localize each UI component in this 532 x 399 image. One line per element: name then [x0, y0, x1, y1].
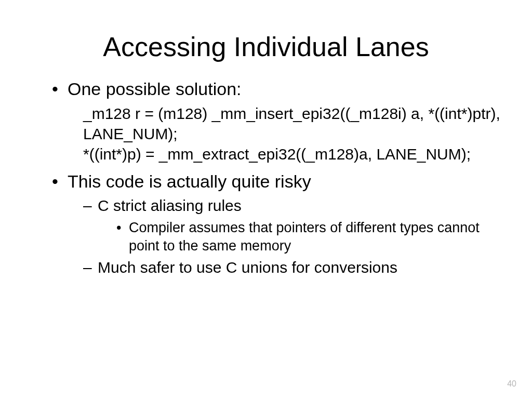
bullet-item: Much safer to use C unions for conversio… — [83, 257, 501, 277]
bullet-text: Compiler assumes that pointers of differ… — [129, 220, 480, 254]
bullet-text: Much safer to use C unions for conversio… — [98, 259, 397, 276]
bullet-text: This code is actually quite risky — [68, 171, 311, 191]
bullet-item: One possible solution: _m128 r = (m128) … — [52, 78, 501, 164]
slide-content: One possible solution: _m128 r = (m128) … — [31, 78, 501, 277]
bullet-text: C strict aliasing rules — [98, 197, 242, 214]
code-line: _m128 r = (m128) _mm_insert_epi32((_m128… — [83, 103, 501, 144]
bullet-item: This code is actually quite risky C stri… — [52, 170, 501, 278]
bullet-text: One possible solution: — [68, 79, 242, 99]
bullet-item: Compiler assumes that pointers of differ… — [116, 219, 501, 255]
bullet-list-level-1: One possible solution: _m128 r = (m128) … — [52, 78, 501, 277]
code-block: _m128 r = (m128) _mm_insert_epi32((_m128… — [68, 103, 501, 164]
code-line: *((int*)p) = _mm_extract_epi32((_m128)a,… — [83, 144, 501, 164]
slide: Accessing Individual Lanes One possible … — [0, 0, 532, 399]
bullet-item: C strict aliasing rules Compiler assumes… — [83, 195, 501, 255]
slide-title: Accessing Individual Lanes — [31, 31, 501, 62]
page-number: 40 — [507, 379, 516, 389]
bullet-list-level-3: Compiler assumes that pointers of differ… — [98, 219, 501, 255]
bullet-list-level-2: C strict aliasing rules Compiler assumes… — [68, 195, 501, 277]
